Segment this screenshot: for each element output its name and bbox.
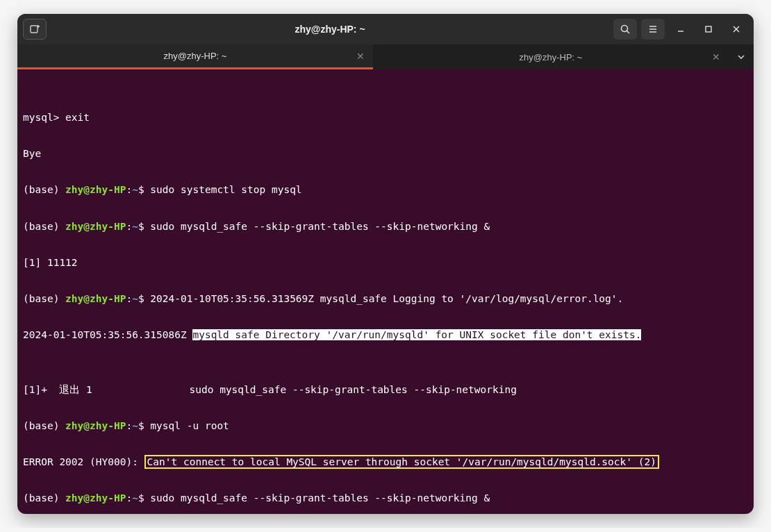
hamburger-icon (647, 24, 658, 35)
tab-label: zhy@zhy-HP: ~ (164, 51, 227, 61)
highlighted-error: mysqld_safe Directory '/var/run/mysqld' … (192, 329, 641, 340)
tab-close-button[interactable]: ✕ (712, 51, 720, 63)
search-icon (620, 24, 631, 35)
maximize-icon (704, 24, 713, 34)
titlebar-right (613, 19, 748, 40)
terminal-window: zhy@zhy-HP: ~ zhy@zhy-HP: ~ ✕ zhy@z (17, 14, 754, 514)
svg-point-3 (622, 26, 628, 32)
svg-rect-9 (706, 26, 711, 32)
prompt-line: (base) zhy@zhy-HP:~$ mysql -u root (23, 417, 748, 435)
minimize-icon (676, 24, 686, 34)
prompt-line: (base) zhy@zhy-HP:~$ 2024-01-10T05:35:56… (23, 290, 748, 308)
output-line: Bye (23, 144, 748, 163)
new-tab-button[interactable] (23, 19, 47, 40)
prompt-line: (base) zhy@zhy-HP:~$ sudo mysqld_safe --… (23, 217, 748, 235)
output-line: 2024-01-10T05:35:56.315086Z mysqld_safe … (23, 326, 748, 344)
prompt-line: (base) zhy@zhy-HP:~$ sudo systemctl stop… (23, 181, 748, 199)
terminal-output[interactable]: mysql> exit Bye (base) zhy@zhy-HP:~$ sud… (17, 69, 754, 514)
tab-close-button[interactable]: ✕ (356, 51, 365, 62)
svg-line-4 (627, 31, 630, 34)
output-line: [1] 11112 (23, 253, 748, 272)
titlebar: zhy@zhy-HP: ~ (17, 14, 754, 44)
menu-button[interactable] (641, 19, 665, 40)
output-line: mysql> exit (23, 108, 748, 126)
minimize-button[interactable] (669, 19, 693, 40)
chevron-down-icon (736, 52, 746, 62)
new-tab-icon (29, 24, 40, 35)
svg-rect-0 (31, 26, 38, 33)
tab-2[interactable]: zhy@zhy-HP: ~ ✕ (373, 44, 729, 69)
tab-bar: zhy@zhy-HP: ~ ✕ zhy@zhy-HP: ~ ✕ (17, 44, 754, 69)
close-button[interactable] (724, 19, 748, 40)
tab-1[interactable]: zhy@zhy-HP: ~ ✕ (17, 44, 373, 69)
tabs-overflow-button[interactable] (729, 44, 754, 69)
maximize-button[interactable] (697, 19, 720, 40)
output-line: [1]+ 退出 1 sudo mysqld_safe --skip-grant-… (23, 381, 748, 399)
search-button[interactable] (613, 19, 637, 40)
close-icon (731, 24, 741, 34)
boxed-error: Can't connect to local MySQL server thro… (144, 455, 659, 469)
titlebar-left (23, 19, 47, 40)
prompt-line: (base) zhy@zhy-HP:~$ sudo mysqld_safe --… (23, 489, 748, 507)
output-line: ERROR 2002 (HY000): Can't connect to loc… (23, 453, 748, 471)
window-title: zhy@zhy-HP: ~ (52, 24, 608, 35)
tab-label: zhy@zhy-HP: ~ (520, 52, 583, 63)
